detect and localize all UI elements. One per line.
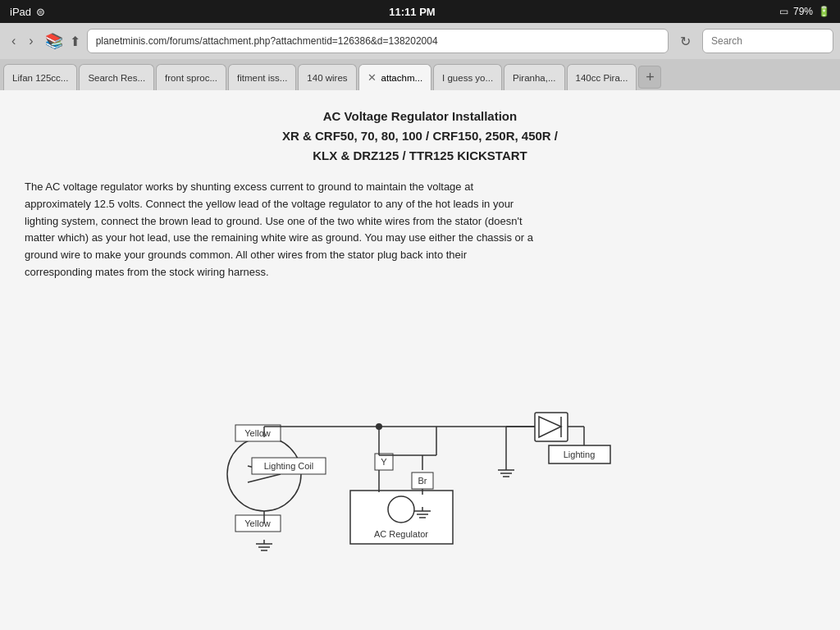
page-content: AC Voltage Regulator Installation XR & C…: [0, 90, 840, 630]
svg-text:Yellow: Yellow: [244, 428, 270, 438]
tab-label: I guess yo...: [442, 73, 493, 83]
svg-text:AC Regulator: AC Regulator: [374, 529, 428, 539]
nav-buttons: ‹ ›: [7, 32, 39, 50]
tab-piranha[interactable]: Piranha,...: [504, 64, 564, 90]
tab-bar: Lifan 125cc... Search Res... front sproc…: [0, 59, 840, 90]
wifi-icon: ⊜: [36, 6, 45, 18]
search-input[interactable]: [702, 29, 833, 53]
device-label: iPad: [10, 6, 31, 18]
new-tab-button[interactable]: +: [638, 66, 661, 89]
forward-button[interactable]: ›: [24, 32, 38, 50]
tab-lifan[interactable]: Lifan 125cc...: [3, 64, 77, 90]
back-button[interactable]: ‹: [7, 32, 21, 50]
battery-icon: 🔋: [818, 6, 830, 17]
page-title: AC Voltage Regulator Installation XR & C…: [25, 107, 815, 166]
svg-line-2: [248, 474, 281, 482]
svg-text:Y: Y: [381, 457, 387, 467]
status-time: 11:11 PM: [389, 6, 435, 18]
svg-text:Yellow: Yellow: [244, 518, 270, 528]
svg-text:Br: Br: [418, 476, 427, 486]
battery-level: 79%: [793, 6, 813, 17]
tab-label: 140cc Pira...: [576, 73, 628, 83]
tab-sprocket[interactable]: front sproc...: [156, 64, 226, 90]
status-right: ▭ 79% 🔋: [779, 6, 830, 17]
tab-140cc[interactable]: 140cc Pira...: [567, 64, 637, 90]
circuit-svg: Lighting Coil Yellow Yellow: [182, 298, 658, 560]
url-input[interactable]: [87, 29, 669, 53]
page-description: The AC voltage regulator works by shunti…: [25, 179, 533, 281]
title-line3: KLX & DRZ125 / TTR125 KICKSTART: [25, 146, 815, 166]
tab-search[interactable]: Search Res...: [79, 64, 154, 90]
tab-iguess[interactable]: I guess yo...: [433, 64, 502, 90]
tab-label: fitment iss...: [237, 73, 287, 83]
tab-close-icon[interactable]: ✕: [368, 71, 377, 84]
tab-140wires[interactable]: 140 wires: [298, 64, 356, 90]
tab-attachment[interactable]: ✕ attachm...: [358, 64, 432, 90]
tab-label: Search Res...: [88, 73, 145, 83]
tab-label: Lifan 125cc...: [12, 73, 68, 83]
status-bar: iPad ⊜ 11:11 PM ▭ 79% 🔋: [0, 0, 840, 23]
svg-text:Lighting Coil: Lighting Coil: [264, 461, 314, 471]
share-button[interactable]: ⬆: [70, 34, 80, 49]
bookmarks-button[interactable]: 📚: [45, 32, 63, 50]
svg-text:Lighting: Lighting: [564, 450, 596, 459]
status-left: iPad ⊜: [10, 6, 45, 18]
circuit-diagram: Lighting Coil Yellow Yellow: [182, 298, 658, 564]
url-bar: ‹ › 📚 ⬆ ↻: [0, 23, 840, 59]
tab-label: 140 wires: [307, 73, 347, 83]
tab-fitment[interactable]: fitment iss...: [228, 64, 296, 90]
title-line2: XR & CRF50, 70, 80, 100 / CRF150, 250R, …: [25, 126, 815, 146]
title-line1: AC Voltage Regulator Installation: [25, 107, 815, 126]
tab-label: front sproc...: [165, 73, 217, 83]
airplay-icon: ▭: [779, 6, 788, 17]
reload-button[interactable]: ↻: [675, 32, 696, 51]
tab-label: Piranha,...: [513, 73, 555, 83]
tab-label: attachm...: [381, 73, 423, 83]
